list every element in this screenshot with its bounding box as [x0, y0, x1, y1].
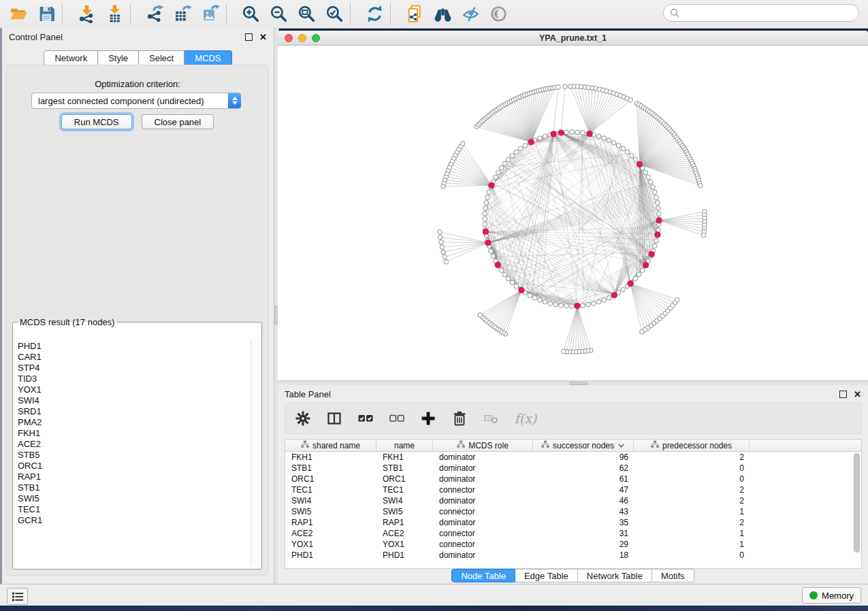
table-cell[interactable]: YOX1	[376, 540, 433, 549]
table-cell[interactable]: FKH1	[285, 452, 376, 462]
table-cell[interactable]: 43	[533, 507, 634, 516]
table-cell[interactable]: 0	[634, 474, 750, 484]
table-cell[interactable]: 1	[634, 540, 750, 549]
hide-graphics-details-icon[interactable]	[460, 4, 481, 24]
run-mcds-button[interactable]: Run MCDS	[61, 114, 132, 129]
table-cell[interactable]: ORC1	[285, 474, 376, 484]
mcds-result-item[interactable]: SRD1	[18, 406, 251, 417]
mcds-result-item[interactable]: SWI5	[18, 493, 251, 504]
table-row[interactable]: SWI5SWI5connector431	[285, 506, 861, 517]
table-cell[interactable]: SWI5	[285, 507, 376, 516]
save-session-icon[interactable]	[36, 4, 57, 24]
table-cell[interactable]: 1	[634, 507, 750, 516]
column-header-successor-nodes[interactable]: successor nodes	[533, 440, 634, 451]
table-cell[interactable]: 96	[533, 452, 634, 462]
table-cell[interactable]: RAP1	[376, 518, 433, 527]
zoom-out-icon[interactable]	[268, 4, 289, 24]
table-cell[interactable]: 47	[533, 485, 634, 495]
table-cell[interactable]: connector	[433, 529, 533, 538]
float-panel-icon[interactable]	[245, 33, 253, 41]
mcds-result-item[interactable]: ACE2	[18, 439, 251, 450]
table-cell[interactable]: ACE2	[376, 529, 433, 538]
close-panel-icon[interactable]: ✕	[259, 33, 267, 42]
tab-network-table[interactable]: Network Table	[578, 569, 652, 582]
network-canvas[interactable]	[278, 46, 868, 381]
mcds-result-item[interactable]: SWI4	[18, 395, 251, 406]
table-cell[interactable]: PHD1	[376, 550, 433, 560]
memory-button[interactable]: Memory	[802, 587, 861, 604]
table-cell[interactable]: ACE2	[285, 529, 376, 538]
table-cell[interactable]: TEC1	[376, 485, 433, 495]
table-cell[interactable]: 61	[533, 474, 634, 484]
close-panel-icon[interactable]: ✕	[854, 390, 861, 399]
table-row[interactable]: RAP1RAP1dominator352	[285, 517, 861, 528]
network-window-titlebar[interactable]: YPA_prune.txt_1	[278, 31, 868, 46]
table-cell[interactable]: SWI5	[376, 507, 433, 516]
table-cell[interactable]: dominator	[433, 452, 533, 462]
unselect-all-icon[interactable]	[389, 410, 405, 427]
mcds-result-item[interactable]: PMA2	[18, 417, 251, 428]
table-cell[interactable]: FKH1	[376, 452, 433, 462]
table-row[interactable]: STB1STB1dominator620	[285, 463, 861, 474]
table-cell[interactable]: 35	[533, 518, 634, 527]
delete-column-icon[interactable]	[451, 410, 468, 427]
table-cell[interactable]: dominator	[433, 518, 533, 527]
show-columns-icon[interactable]	[326, 410, 342, 427]
tab-mcds[interactable]: MCDS	[184, 50, 231, 65]
export-image-icon[interactable]	[200, 4, 221, 24]
table-cell[interactable]: 2	[634, 518, 750, 527]
mcds-result-item[interactable]: CAR1	[18, 352, 251, 363]
show-graphics-details-icon[interactable]	[488, 4, 509, 24]
column-header-MCDS-role[interactable]: MCDS role	[433, 440, 533, 451]
mcds-result-item[interactable]: TID3	[18, 374, 251, 384]
mcds-result-item[interactable]: PHD1	[18, 341, 251, 352]
table-cell[interactable]: 0	[634, 463, 750, 473]
table-cell[interactable]: 2	[634, 485, 750, 495]
select-all-icon[interactable]	[357, 410, 374, 427]
mcds-result-item[interactable]: RAP1	[18, 472, 251, 482]
table-cell[interactable]: connector	[433, 485, 533, 495]
search-input[interactable]	[684, 5, 858, 20]
table-row[interactable]: ORC1ORC1dominator610	[285, 474, 861, 484]
apply-layout-icon[interactable]	[364, 4, 385, 24]
table-row[interactable]: FKH1FKH1dominator962	[285, 452, 861, 463]
zoom-fit-icon[interactable]	[296, 4, 317, 24]
mcds-result-item[interactable]: YOX1	[18, 384, 251, 395]
table-cell[interactable]: YOX1	[285, 540, 376, 549]
import-network-icon[interactable]	[76, 4, 97, 24]
table-cell[interactable]: RAP1	[285, 518, 376, 527]
table-cell[interactable]: 62	[533, 463, 634, 473]
table-cell[interactable]: STB1	[285, 463, 376, 473]
zoom-in-icon[interactable]	[240, 4, 261, 24]
table-cell[interactable]: 31	[533, 529, 634, 538]
table-cell[interactable]: connector	[433, 540, 533, 549]
close-panel-button[interactable]: Close panel	[142, 114, 214, 129]
table-cell[interactable]: 46	[533, 496, 634, 506]
task-history-button[interactable]	[7, 588, 28, 605]
column-header-name[interactable]: name	[376, 440, 433, 451]
table-cell[interactable]: 29	[533, 540, 634, 549]
mcds-result-item[interactable]: STP4	[18, 363, 251, 374]
tab-node-table[interactable]: Node Table	[451, 569, 515, 582]
mcds-result-item[interactable]: TEC1	[18, 504, 251, 515]
tab-motifs[interactable]: Motifs	[652, 569, 694, 582]
table-cell[interactable]: STB1	[376, 463, 433, 473]
table-settings-icon[interactable]	[295, 410, 311, 427]
table-cell[interactable]: dominator	[433, 550, 533, 560]
add-column-icon[interactable]	[420, 410, 436, 427]
scrollbar-thumb[interactable]	[854, 453, 860, 552]
table-cell[interactable]: connector	[433, 507, 533, 516]
table-row[interactable]: TEC1TEC1connector472	[285, 484, 861, 495]
tab-network[interactable]: Network	[44, 50, 98, 65]
tab-select[interactable]: Select	[139, 50, 184, 65]
tab-style[interactable]: Style	[98, 50, 139, 65]
tab-edge-table[interactable]: Edge Table	[515, 569, 578, 582]
optimization-select[interactable]: largest connected component (undirected)	[31, 93, 241, 109]
export-table-icon[interactable]	[172, 4, 193, 24]
column-header-predecessor-nodes[interactable]: predecessor nodes	[634, 440, 750, 451]
find-icon[interactable]	[432, 4, 453, 24]
table-cell[interactable]: dominator	[433, 474, 533, 484]
table-cell[interactable]: dominator	[433, 496, 533, 506]
table-cell[interactable]: ORC1	[376, 474, 433, 484]
column-header-shared-name[interactable]: shared name	[285, 440, 376, 451]
